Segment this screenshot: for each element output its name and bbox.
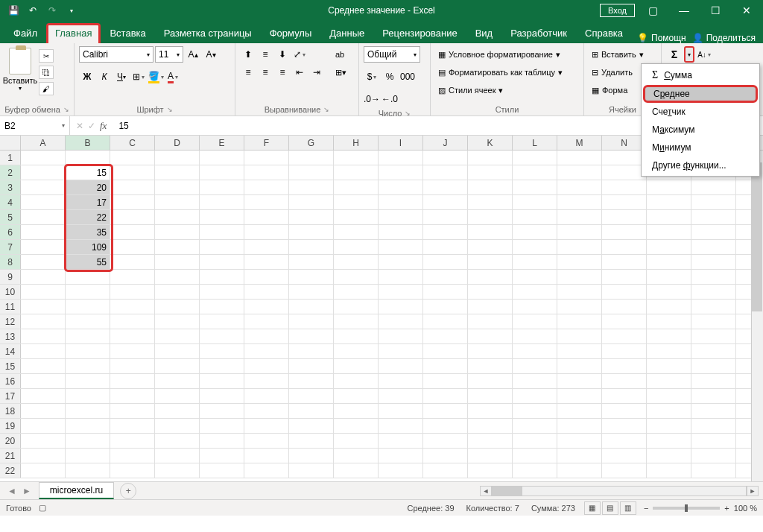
cell-M5[interactable]: [557, 210, 602, 224]
font-dialog-icon[interactable]: ↘: [167, 106, 173, 113]
row-header-5[interactable]: 5: [0, 210, 21, 224]
cell-L4[interactable]: [513, 195, 557, 209]
cell-E6[interactable]: [200, 225, 244, 239]
col-header-N[interactable]: N: [602, 136, 647, 150]
menu-sum[interactable]: ΣСумма: [642, 66, 759, 85]
cell-J18[interactable]: [423, 404, 468, 418]
cell-E17[interactable]: [200, 389, 244, 403]
cell-N19[interactable]: [602, 419, 647, 433]
cell-A20[interactable]: [21, 434, 66, 448]
cell-O14[interactable]: [647, 344, 691, 358]
signin-button[interactable]: Вход: [600, 4, 635, 17]
cell-G10[interactable]: [289, 285, 334, 299]
cell-O7[interactable]: [647, 240, 691, 254]
cell-P10[interactable]: [691, 285, 736, 299]
cell-J4[interactable]: [423, 195, 468, 209]
cell-C20[interactable]: [110, 434, 155, 448]
cell-M10[interactable]: [557, 285, 602, 299]
increase-decimal-icon[interactable]: .0→: [364, 91, 380, 107]
cell-O12[interactable]: [647, 314, 691, 329]
tab-developer[interactable]: Разработчик: [501, 23, 576, 43]
font-size-combo[interactable]: 11▾: [155, 46, 183, 63]
cell-M17[interactable]: [557, 389, 602, 403]
cell-F12[interactable]: [244, 314, 289, 329]
wrap-text-button[interactable]: ab: [332, 46, 349, 63]
cell-F19[interactable]: [244, 419, 289, 433]
cell-H4[interactable]: [334, 195, 379, 209]
cut-icon[interactable]: ✂: [39, 49, 54, 63]
cell-E15[interactable]: [200, 359, 244, 373]
cell-O22[interactable]: [647, 463, 691, 478]
cell-M16[interactable]: [557, 374, 602, 388]
cell-G19[interactable]: [289, 419, 334, 433]
cell-L7[interactable]: [513, 240, 557, 254]
cell-E8[interactable]: [200, 255, 244, 269]
close-icon[interactable]: ✕: [733, 0, 760, 21]
cell-G3[interactable]: [289, 180, 334, 194]
cell-I7[interactable]: [379, 240, 423, 254]
cell-N15[interactable]: [602, 359, 647, 373]
borders-icon[interactable]: ⊞: [130, 69, 147, 85]
cell-B1[interactable]: [66, 151, 110, 165]
share-button[interactable]: 👤 Поделиться: [692, 33, 756, 43]
zoom-in-icon[interactable]: +: [724, 504, 729, 513]
row-header-4[interactable]: 4: [0, 195, 21, 209]
cell-J10[interactable]: [423, 285, 468, 299]
cell-A5[interactable]: [21, 210, 66, 224]
zoom-level[interactable]: 100 %: [734, 504, 757, 513]
cell-J2[interactable]: [423, 165, 468, 180]
cell-N8[interactable]: [602, 255, 647, 269]
cell-E11[interactable]: [200, 300, 244, 314]
cell-B17[interactable]: [66, 389, 110, 403]
row-header-15[interactable]: 15: [0, 359, 21, 373]
cell-C12[interactable]: [110, 314, 155, 329]
cell-F2[interactable]: [244, 165, 289, 180]
col-header-D[interactable]: D: [155, 136, 200, 150]
cell-G21[interactable]: [289, 449, 334, 463]
ribbon-options-icon[interactable]: ▢: [639, 0, 666, 21]
row-header-18[interactable]: 18: [0, 404, 21, 418]
cell-B16[interactable]: [66, 374, 110, 388]
select-all-corner[interactable]: [0, 136, 21, 150]
cell-P7[interactable]: [691, 240, 736, 254]
cell-J15[interactable]: [423, 359, 468, 373]
cell-A6[interactable]: [21, 225, 66, 239]
zoom-slider[interactable]: [653, 507, 720, 510]
increase-indent-icon[interactable]: ⇥: [308, 64, 325, 80]
sheet-nav-next-icon[interactable]: ►: [22, 486, 31, 496]
cell-E5[interactable]: [200, 210, 244, 224]
row-header-22[interactable]: 22: [0, 463, 21, 478]
cell-L22[interactable]: [513, 463, 557, 478]
cell-F21[interactable]: [244, 449, 289, 463]
cell-K9[interactable]: [468, 270, 513, 284]
cell-G4[interactable]: [289, 195, 334, 209]
decrease-font-icon[interactable]: A▾: [203, 46, 219, 63]
cell-L1[interactable]: [513, 151, 557, 165]
cell-F10[interactable]: [244, 285, 289, 299]
cell-I2[interactable]: [379, 165, 423, 180]
cell-F9[interactable]: [244, 270, 289, 284]
cell-C9[interactable]: [110, 270, 155, 284]
cell-D21[interactable]: [155, 449, 200, 463]
align-bottom-icon[interactable]: ⬇: [274, 46, 291, 63]
cell-D15[interactable]: [155, 359, 200, 373]
cell-O16[interactable]: [647, 374, 691, 388]
cell-D7[interactable]: [155, 240, 200, 254]
cell-B22[interactable]: [66, 463, 110, 478]
cell-L10[interactable]: [513, 285, 557, 299]
cell-P4[interactable]: [691, 195, 736, 209]
menu-min[interactable]: Минимум: [642, 139, 759, 156]
format-as-table-button[interactable]: ▤ Форматировать как таблицу ▾: [435, 64, 566, 80]
cell-H15[interactable]: [334, 359, 379, 373]
cell-I20[interactable]: [379, 434, 423, 448]
cell-A22[interactable]: [21, 463, 66, 478]
underline-icon[interactable]: Ч▾: [113, 69, 130, 85]
cell-G18[interactable]: [289, 404, 334, 418]
row-header-12[interactable]: 12: [0, 314, 21, 329]
cell-N16[interactable]: [602, 374, 647, 388]
cell-A10[interactable]: [21, 285, 66, 299]
cell-E4[interactable]: [200, 195, 244, 209]
cell-A18[interactable]: [21, 404, 66, 418]
cell-C15[interactable]: [110, 359, 155, 373]
cell-K10[interactable]: [468, 285, 513, 299]
